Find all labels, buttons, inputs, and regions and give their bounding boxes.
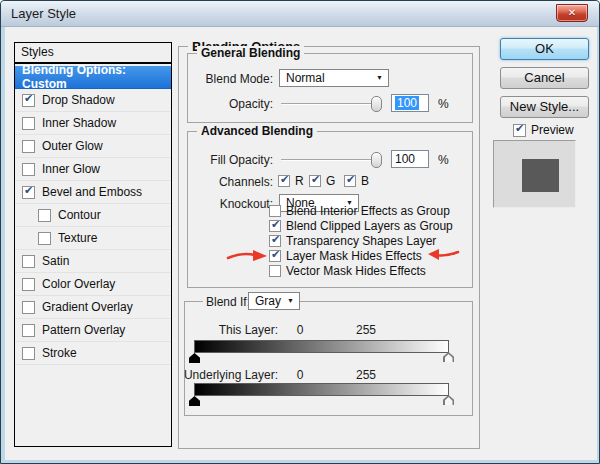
option-label: Blend Clipped Layers as Group bbox=[286, 219, 453, 233]
blend-mode-dropdown[interactable]: Normal ▼ bbox=[279, 69, 389, 87]
fill-opacity-slider-thumb[interactable] bbox=[371, 152, 382, 168]
checkbox[interactable]: ✔ bbox=[22, 324, 35, 337]
fill-opacity-slider-track[interactable] bbox=[281, 159, 379, 161]
fill-opacity-unit: % bbox=[438, 153, 449, 167]
checkbox[interactable]: ✔ bbox=[269, 205, 281, 217]
option-blend-clipped-layers[interactable]: ✔ Blend Clipped Layers as Group bbox=[269, 219, 453, 233]
opacity-value: 100 bbox=[395, 96, 419, 110]
checkbox[interactable]: ✔ bbox=[269, 220, 281, 232]
channel-g-label: G bbox=[326, 174, 335, 188]
check-icon: ✔ bbox=[271, 233, 280, 246]
checkbox[interactable]: ✔ bbox=[22, 278, 35, 291]
checkbox[interactable]: ✔ bbox=[22, 94, 35, 107]
ok-button[interactable]: OK bbox=[500, 38, 589, 60]
channel-b[interactable]: ✔ B bbox=[344, 174, 369, 188]
title-bar[interactable]: Layer Style ✕ bbox=[1, 1, 599, 27]
preview-thumbnail bbox=[493, 140, 576, 208]
checkbox[interactable]: ✔ bbox=[22, 186, 35, 199]
window-title: Layer Style bbox=[11, 6, 76, 21]
checkbox[interactable]: ✔ bbox=[513, 124, 526, 137]
chevron-down-icon: ▼ bbox=[287, 297, 294, 304]
chevron-down-icon: ▼ bbox=[376, 74, 383, 81]
this-layer-gradient-bar[interactable] bbox=[194, 340, 449, 353]
checkbox[interactable]: ✔ bbox=[344, 175, 356, 187]
sidebar-item-stroke[interactable]: ✔ Stroke bbox=[15, 342, 171, 365]
styles-list: Blending Options: Custom ✔ Drop Shadow ✔… bbox=[14, 63, 172, 447]
option-label: Vector Mask Hides Effects bbox=[286, 264, 426, 278]
option-label: Transparency Shapes Layer bbox=[286, 234, 436, 248]
option-vector-mask-hides-effects[interactable]: ✔ Vector Mask Hides Effects bbox=[269, 264, 426, 278]
sidebar-item-label: Pattern Overlay bbox=[42, 323, 125, 337]
blend-mode-value: Normal bbox=[286, 71, 325, 85]
opacity-unit: % bbox=[438, 97, 449, 111]
underlying-layer-label: Underlying Layer: bbox=[168, 368, 278, 382]
underlying-layer-max: 255 bbox=[356, 368, 380, 382]
opacity-slider-thumb[interactable] bbox=[371, 96, 382, 112]
check-icon: ✔ bbox=[311, 173, 320, 186]
checkbox[interactable]: ✔ bbox=[269, 250, 281, 262]
blend-if-value: Gray bbox=[255, 294, 281, 308]
channels-label: Channels: bbox=[145, 175, 273, 189]
sidebar-item-label: Texture bbox=[58, 231, 97, 245]
sidebar-item-label: Stroke bbox=[42, 346, 77, 360]
sidebar-item-label: Drop Shadow bbox=[42, 93, 115, 107]
checkbox[interactable]: ✔ bbox=[278, 175, 290, 187]
sidebar-item-inner-shadow[interactable]: ✔ Inner Shadow bbox=[15, 112, 171, 135]
this-layer-min: 0 bbox=[293, 323, 307, 337]
check-icon: ✔ bbox=[24, 92, 33, 105]
new-style-button[interactable]: New Style... bbox=[500, 96, 589, 118]
check-icon: ✔ bbox=[271, 218, 280, 231]
styles-panel-header: Styles bbox=[14, 42, 172, 63]
check-icon: ✔ bbox=[515, 122, 524, 135]
checkbox[interactable]: ✔ bbox=[269, 265, 281, 277]
sidebar-item-pattern-overlay[interactable]: ✔ Pattern Overlay bbox=[15, 319, 171, 342]
general-blending-group: General Blending bbox=[187, 53, 473, 123]
sidebar-item-label: Inner Shadow bbox=[42, 116, 116, 130]
opacity-input[interactable]: 100 bbox=[391, 94, 429, 112]
blend-mode-label: Blend Mode: bbox=[145, 72, 273, 86]
blend-if-dropdown[interactable]: Gray ▼ bbox=[248, 292, 300, 310]
channel-r[interactable]: ✔ R bbox=[278, 174, 304, 188]
checkbox[interactable]: ✔ bbox=[22, 347, 35, 360]
checkbox[interactable]: ✔ bbox=[22, 140, 35, 153]
checkbox[interactable]: ✔ bbox=[22, 117, 35, 130]
option-transparency-shapes-layer[interactable]: ✔ Transparency Shapes Layer bbox=[269, 234, 436, 248]
opacity-label: Opacity: bbox=[145, 97, 273, 111]
checkbox[interactable]: ✔ bbox=[38, 209, 51, 222]
checkbox[interactable]: ✔ bbox=[38, 232, 51, 245]
red-arrow-right-icon bbox=[226, 248, 268, 263]
checkbox[interactable]: ✔ bbox=[22, 301, 35, 314]
check-icon: ✔ bbox=[280, 173, 289, 186]
sidebar-item-texture[interactable]: ✔ Texture bbox=[15, 227, 171, 250]
option-label: Layer Mask Hides Effects bbox=[286, 249, 422, 263]
underlying-layer-gradient-bar[interactable] bbox=[194, 383, 449, 396]
sidebar-item-label: Gradient Overlay bbox=[42, 300, 133, 314]
fill-opacity-input[interactable]: 100 bbox=[391, 150, 429, 168]
sidebar-item-color-overlay[interactable]: ✔ Color Overlay bbox=[15, 273, 171, 296]
option-blend-interior-effects[interactable]: ✔ Blend Interior Effects as Group bbox=[269, 204, 450, 218]
check-icon: ✔ bbox=[346, 173, 355, 186]
preview-option[interactable]: ✔ Preview bbox=[513, 123, 574, 137]
checkbox[interactable]: ✔ bbox=[269, 235, 281, 247]
close-icon[interactable]: ✕ bbox=[556, 4, 588, 22]
red-arrow-left-icon bbox=[428, 247, 460, 262]
option-layer-mask-hides-effects[interactable]: ✔ Layer Mask Hides Effects bbox=[269, 249, 422, 263]
this-layer-max: 255 bbox=[356, 323, 380, 337]
check-icon: ✔ bbox=[24, 184, 33, 197]
sidebar-item-label: Satin bbox=[42, 254, 69, 268]
checkbox[interactable]: ✔ bbox=[22, 255, 35, 268]
fill-opacity-label: Fill Opacity: bbox=[145, 153, 273, 167]
sidebar-item-gradient-overlay[interactable]: ✔ Gradient Overlay bbox=[15, 296, 171, 319]
blend-if-label: Blend If: bbox=[203, 295, 253, 309]
sidebar-item-satin[interactable]: ✔ Satin bbox=[15, 250, 171, 273]
checkbox[interactable]: ✔ bbox=[22, 163, 35, 176]
dialog-content: Styles Blending Options: Custom ✔ Drop S… bbox=[5, 27, 597, 460]
cancel-button[interactable]: Cancel bbox=[500, 67, 589, 89]
fill-opacity-value: 100 bbox=[395, 152, 415, 166]
opacity-slider-track[interactable] bbox=[281, 103, 379, 105]
layer-style-dialog: Layer Style ✕ Styles Blending Options: C… bbox=[0, 0, 600, 464]
checkbox[interactable]: ✔ bbox=[309, 175, 321, 187]
channel-b-label: B bbox=[361, 174, 369, 188]
advanced-blending-title: Advanced Blending bbox=[197, 124, 317, 138]
channel-g[interactable]: ✔ G bbox=[309, 174, 335, 188]
